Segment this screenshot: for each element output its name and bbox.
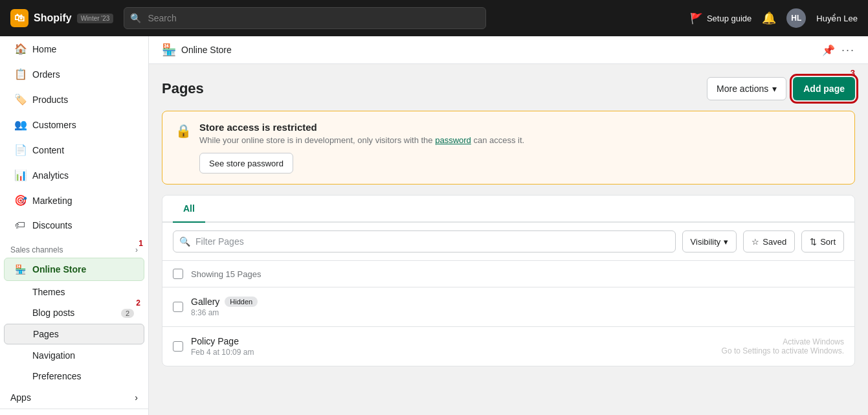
sidebar-item-orders[interactable]: 📋 Orders (4, 62, 144, 86)
sidebar-subitem-themes[interactable]: Themes (4, 282, 144, 302)
notification-bell-icon[interactable]: 🔔 (762, 11, 776, 25)
sidebar-subitem-navigation[interactable]: Navigation (4, 346, 144, 365)
sidebar-item-label: Customers (32, 120, 76, 130)
sort-button[interactable]: ⇅ Sort (801, 230, 844, 252)
filter-search-icon: 🔍 (179, 236, 190, 247)
sidebar-item-home[interactable]: 🏠 Home (4, 37, 144, 61)
sort-label: Sort (820, 237, 836, 247)
more-dots-icon[interactable]: ··· (841, 43, 855, 57)
hidden-badge: Hidden (225, 297, 258, 307)
sidebar-item-label: Content (32, 145, 64, 155)
saved-button[interactable]: ☆ Saved (743, 230, 795, 252)
search-input[interactable] (124, 7, 486, 29)
sidebar-item-label: Marketing (32, 196, 72, 206)
setup-guide-button[interactable]: 🚩 Setup guide (690, 12, 751, 25)
sidebar-item-customers[interactable]: 👥 Customers (4, 113, 144, 137)
star-icon: ☆ (751, 237, 759, 247)
gallery-title[interactable]: Gallery (191, 297, 219, 307)
page-header: Pages More actions ▾ 3 Add page (162, 77, 855, 100)
see-store-password-button[interactable]: See store password (199, 153, 293, 174)
sidebar-item-label: Home (32, 44, 56, 54)
row-info-policy: Policy Page Feb 4 at 10:09 am (191, 336, 514, 357)
app-name: Shopify (34, 12, 72, 24)
table-row: Gallery Hidden 8:36 am (162, 287, 854, 327)
apps-chevron-icon: › (135, 392, 138, 403)
alert-content: Store access is restricted While your on… (199, 122, 524, 174)
select-all-checkbox[interactable] (173, 269, 183, 279)
sidebar-item-analytics[interactable]: 📊 Analytics (4, 163, 144, 187)
sidebar-item-online-store[interactable]: 🏪 Online Store (4, 258, 144, 281)
sidebar-item-marketing[interactable]: 🎯 Marketing (4, 188, 144, 212)
sidebar: 🏠 Home 📋 Orders 🏷️ Products 👥 Customers … (0, 36, 149, 415)
more-actions-chevron-icon: ▾ (772, 84, 777, 94)
analytics-icon: 📊 (14, 169, 26, 181)
store-access-alert: 🔒 Store access is restricted While your … (162, 111, 855, 185)
sidebar-apps-row[interactable]: Apps › (0, 387, 148, 409)
chevron-right-icon: › 1 (135, 245, 138, 254)
online-store-icon: 🏪 (15, 264, 26, 275)
user-name[interactable]: Huyền Lee (816, 14, 858, 23)
annotation-2: 2 (136, 298, 140, 308)
breadcrumb-bar: 🏪 Online Store 📌 ··· (149, 36, 868, 64)
row-checkbox-gallery[interactable] (173, 302, 183, 312)
tabs-bar: All (162, 196, 854, 223)
sidebar-subitem-blog-posts[interactable]: Blog posts 2 2 (4, 303, 144, 322)
alert-title: Store access is restricted (199, 122, 524, 133)
lock-icon: 🔒 (175, 123, 192, 174)
pages-table-container: All 🔍 Visibility ▾ ☆ Saved (162, 195, 855, 366)
customers-icon: 👥 (14, 118, 26, 131)
table-header: Showing 15 Pages (162, 261, 854, 287)
more-actions-button[interactable]: More actions ▾ (707, 77, 786, 100)
setup-guide-label: Setup guide (707, 14, 751, 23)
add-page-button[interactable]: Add page (793, 77, 855, 100)
filter-row: 🔍 Visibility ▾ ☆ Saved ⇅ Sort (162, 223, 854, 261)
discounts-icon: 🏷 (14, 219, 26, 231)
add-page-container: 3 Add page (793, 77, 855, 100)
version-badge: Winter '23 (77, 14, 114, 23)
sort-icon: ⇅ (810, 237, 817, 247)
showing-text: Showing 15 Pages (191, 269, 261, 279)
tab-all-label: All (183, 203, 195, 214)
policy-title[interactable]: Policy Page (191, 336, 239, 346)
pin-icon[interactable]: 📌 (822, 44, 835, 56)
sidebar-subitem-preferences[interactable]: Preferences (4, 366, 144, 386)
table-row: Policy Page Feb 4 at 10:09 am Activate W… (162, 327, 854, 366)
sales-channels-label[interactable]: Sales channels › 1 (0, 238, 148, 257)
sidebar-item-products[interactable]: 🏷️ Products (4, 87, 144, 111)
avatar[interactable]: HL (786, 8, 806, 28)
row-checkbox-policy[interactable] (173, 341, 183, 352)
online-store-breadcrumb-icon: 🏪 (162, 43, 176, 57)
visibility-filter-button[interactable]: Visibility ▾ (682, 230, 737, 252)
row-title-gallery: Gallery Hidden (191, 297, 844, 307)
online-store-label: Online Store (32, 264, 86, 275)
sidebar-item-content[interactable]: 📄 Content (4, 138, 144, 162)
annotation-1: 1 (139, 239, 143, 248)
sales-channels-text: Sales channels (10, 245, 63, 254)
blog-posts-badge: 2 (121, 309, 134, 318)
filter-search[interactable]: 🔍 (173, 230, 676, 252)
visibility-label: Visibility (691, 237, 721, 247)
navigation-label: Navigation (32, 350, 75, 361)
activate-windows-line2: Go to Settings to activate Windows. (522, 346, 845, 355)
add-page-label: Add page (803, 84, 845, 94)
tab-all[interactable]: All (173, 196, 205, 223)
row-title-policy: Policy Page (191, 336, 514, 346)
search-bar[interactable]: 🔍 (124, 7, 486, 29)
home-icon: 🏠 (14, 43, 26, 55)
breadcrumb-label: Online Store (181, 45, 232, 55)
more-actions-label: More actions (717, 84, 768, 94)
filter-pages-input[interactable] (173, 230, 676, 252)
visibility-chevron-icon: ▾ (724, 237, 728, 247)
themes-label: Themes (32, 287, 65, 297)
products-icon: 🏷️ (14, 93, 26, 106)
sidebar-subitem-pages[interactable]: Pages (4, 324, 144, 344)
sidebar-item-discounts[interactable]: 🏷 Discounts (4, 214, 144, 237)
activate-windows-line1: Activate Windows (522, 337, 845, 346)
marketing-icon: 🎯 (14, 194, 26, 207)
password-link[interactable]: password (435, 135, 471, 145)
sidebar-item-label: Discounts (32, 220, 72, 230)
preferences-label: Preferences (32, 371, 81, 381)
activate-windows-area: Activate Windows Go to Settings to activ… (522, 337, 845, 355)
row-time-policy: Feb 4 at 10:09 am (191, 348, 514, 357)
main-layout: 🏠 Home 📋 Orders 🏷️ Products 👥 Customers … (0, 36, 868, 415)
